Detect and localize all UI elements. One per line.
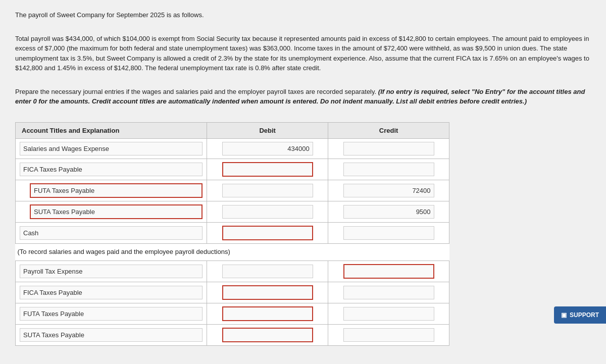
debit-input[interactable]: [222, 142, 313, 155]
credit-input[interactable]: [343, 184, 434, 197]
table-row: [16, 303, 449, 324]
table-row: [16, 201, 449, 222]
table-row: [16, 180, 449, 201]
account-input[interactable]: [20, 286, 203, 299]
credit-input[interactable]: [343, 286, 434, 299]
credit-input[interactable]: [343, 307, 434, 321]
support-button[interactable]: ▣ SUPPORT: [554, 306, 606, 324]
note-text-1: (To record salaries and wages paid and t…: [16, 243, 449, 261]
col-credit-header: Credit: [328, 122, 449, 138]
support-label: SUPPORT: [570, 311, 599, 319]
credit-input[interactable]: [343, 163, 434, 176]
account-input[interactable]: [20, 142, 203, 155]
support-icon: ▣: [561, 311, 567, 319]
debit-input[interactable]: [222, 184, 313, 197]
account-input[interactable]: [20, 328, 203, 342]
credit-input[interactable]: [343, 264, 434, 279]
debit-input[interactable]: [222, 205, 313, 219]
debit-input[interactable]: [222, 265, 313, 278]
debit-input[interactable]: [222, 328, 313, 342]
journal-table: Account Titles and Explanation Debit Cre…: [15, 122, 449, 346]
table-row: [16, 159, 449, 180]
account-input[interactable]: [20, 307, 203, 321]
col-account-header: Account Titles and Explanation: [16, 122, 207, 138]
col-debit-header: Debit: [207, 122, 328, 138]
table-row: [16, 261, 449, 282]
table-row: [16, 222, 449, 243]
debit-input[interactable]: [222, 285, 313, 300]
account-input[interactable]: [30, 183, 203, 198]
intro-line1: The payroll of Sweet Company for Septemb…: [15, 10, 591, 20]
table-row: [16, 138, 449, 159]
credit-input[interactable]: [343, 205, 434, 219]
account-input[interactable]: [20, 265, 203, 278]
intro-line2: Total payroll was $434,000, of which $10…: [15, 34, 591, 73]
table-row: [16, 282, 449, 303]
credit-input[interactable]: [343, 226, 434, 240]
account-input[interactable]: [30, 204, 203, 219]
credit-input[interactable]: [343, 328, 434, 342]
table-row: [16, 324, 449, 345]
debit-input[interactable]: [222, 162, 313, 177]
debit-input[interactable]: [222, 226, 313, 240]
note-row-1: (To record salaries and wages paid and t…: [16, 243, 449, 261]
account-input[interactable]: [20, 163, 203, 176]
debit-input[interactable]: [222, 306, 313, 321]
instructions: Prepare the necessary journal entries if…: [15, 87, 591, 107]
credit-input[interactable]: [343, 142, 434, 155]
account-input[interactable]: [20, 226, 203, 240]
